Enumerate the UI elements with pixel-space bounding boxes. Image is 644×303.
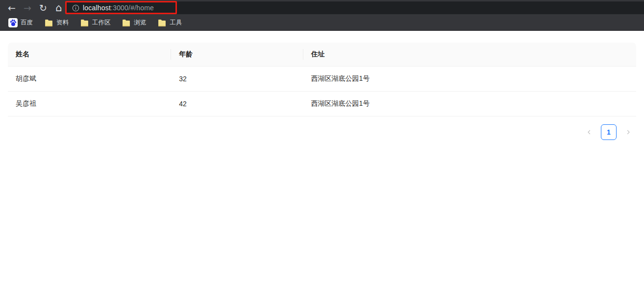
folder-icon	[157, 18, 167, 28]
folder-icon	[44, 18, 53, 28]
bookmark-label: 百度	[21, 19, 33, 27]
home-icon[interactable]: ⌂	[51, 1, 67, 15]
table-header-row: 姓名年龄住址	[8, 43, 636, 67]
baidu-favicon-icon	[8, 18, 18, 28]
url-path: :3000/#/home	[111, 4, 154, 12]
table-row: 胡彦斌32西湖区湖底公园1号	[8, 67, 636, 92]
address-bar[interactable]: localhost:3000/#/home	[65, 1, 644, 14]
cell-age: 32	[171, 67, 303, 92]
browser-toolbar: ← → ↻ ⌂ localhost:3000/#/home	[0, 0, 644, 15]
column-header-address: 住址	[303, 43, 636, 67]
table-body: 胡彦斌32西湖区湖底公园1号吴彦祖42西湖区湖底公园1号	[8, 67, 636, 117]
column-header-age: 年龄	[171, 43, 303, 67]
bookmark-label: 浏览	[134, 19, 147, 27]
bookmark-label: 工具	[170, 19, 182, 27]
cell-address: 西湖区湖底公园1号	[303, 67, 636, 92]
bookmark-label: 资料	[56, 19, 69, 27]
url-text[interactable]: localhost:3000/#/home	[83, 4, 154, 12]
folder-icon	[122, 18, 131, 28]
bookmark-item[interactable]: 浏览	[119, 17, 149, 29]
page-content: 姓名年龄住址 胡彦斌32西湖区湖底公园1号吴彦祖42西湖区湖底公园1号 1	[0, 31, 644, 303]
back-icon[interactable]: ←	[4, 1, 20, 15]
forward-icon: →	[20, 1, 35, 15]
next-page-icon[interactable]	[620, 124, 636, 140]
folder-icon	[79, 18, 89, 28]
bookmark-label: 工作区	[92, 19, 111, 27]
pagination: 1	[8, 124, 636, 140]
bookmark-item[interactable]: 百度	[5, 17, 36, 29]
data-table: 姓名年龄住址 胡彦斌32西湖区湖底公园1号吴彦祖42西湖区湖底公园1号	[8, 43, 636, 117]
cell-age: 42	[171, 92, 303, 117]
bookmark-item[interactable]: 工作区	[76, 17, 114, 29]
browser-chrome: ← → ↻ ⌂ localhost:3000/#/home 百度资料工作区浏览工…	[0, 0, 644, 31]
cell-address: 西湖区湖底公园1号	[303, 92, 636, 117]
bookmarks-bar: 百度资料工作区浏览工具	[0, 15, 644, 31]
nav-buttons: ← → ↻ ⌂	[0, 0, 67, 15]
table-row: 吴彦祖42西湖区湖底公园1号	[8, 92, 636, 117]
prev-page-icon[interactable]	[581, 124, 597, 140]
reload-icon[interactable]: ↻	[35, 1, 51, 15]
info-icon[interactable]	[70, 4, 81, 12]
cell-name: 胡彦斌	[8, 67, 171, 92]
bookmark-item[interactable]: 工具	[154, 17, 185, 29]
url-host: localhost	[83, 4, 111, 12]
bookmark-item[interactable]: 资料	[41, 17, 72, 29]
page-number-button[interactable]: 1	[601, 124, 617, 140]
column-header-name: 姓名	[8, 43, 171, 67]
cell-name: 吴彦祖	[8, 92, 171, 117]
